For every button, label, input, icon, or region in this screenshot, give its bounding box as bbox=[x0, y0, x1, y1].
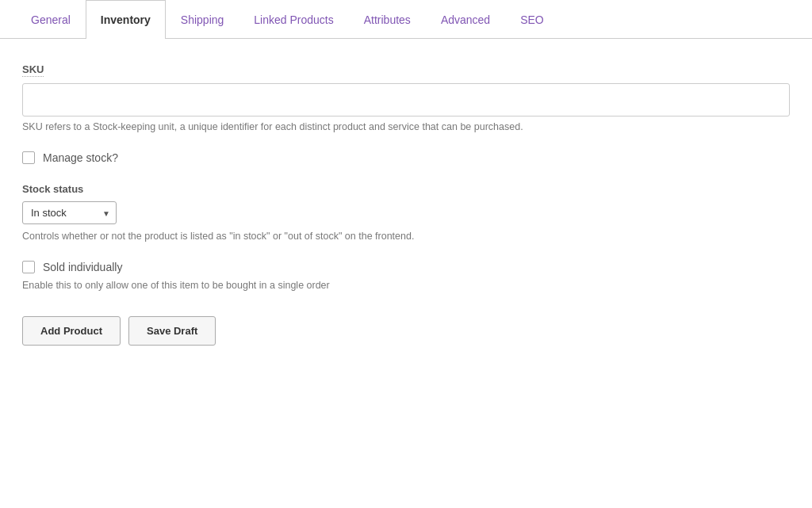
tab-general[interactable]: General bbox=[16, 0, 86, 39]
stock-status-select-wrapper: In stock Out of stock On backorder ▼ bbox=[22, 201, 117, 224]
tabs-nav: General Inventory Shipping Linked Produc… bbox=[0, 0, 812, 39]
sold-individually-label[interactable]: Sold individually bbox=[43, 261, 122, 273]
sold-individually-section: Sold individually Enable this to only al… bbox=[22, 261, 790, 291]
tab-seo[interactable]: SEO bbox=[505, 0, 559, 39]
manage-stock-row: Manage stock? bbox=[22, 151, 790, 164]
inventory-content: SKU SKU refers to a Stock-keeping unit, … bbox=[0, 39, 812, 377]
sku-field-group: SKU SKU refers to a Stock-keeping unit, … bbox=[22, 63, 790, 132]
sku-input[interactable] bbox=[22, 83, 790, 116]
manage-stock-checkbox[interactable] bbox=[22, 151, 35, 164]
stock-status-label: Stock status bbox=[22, 183, 790, 195]
tab-advanced[interactable]: Advanced bbox=[426, 0, 505, 39]
manage-stock-label[interactable]: Manage stock? bbox=[43, 151, 118, 164]
sold-individually-checkbox[interactable] bbox=[22, 261, 35, 273]
add-product-button[interactable]: Add Product bbox=[22, 316, 121, 346]
tab-shipping[interactable]: Shipping bbox=[166, 0, 239, 39]
stock-status-section: Stock status In stock Out of stock On ba… bbox=[22, 183, 790, 242]
tab-attributes[interactable]: Attributes bbox=[349, 0, 426, 39]
tab-linked-products[interactable]: Linked Products bbox=[239, 0, 348, 39]
sold-individually-help: Enable this to only allow one of this it… bbox=[22, 280, 790, 291]
sku-label: SKU bbox=[22, 63, 44, 77]
manage-stock-section: Manage stock? bbox=[22, 151, 790, 164]
sku-help-text: SKU refers to a Stock-keeping unit, a un… bbox=[22, 121, 790, 132]
stock-status-select[interactable]: In stock Out of stock On backorder bbox=[22, 201, 117, 224]
tab-inventory[interactable]: Inventory bbox=[86, 0, 166, 39]
save-draft-button[interactable]: Save Draft bbox=[128, 316, 216, 346]
button-row: Add Product Save Draft bbox=[22, 316, 790, 346]
sold-individually-row: Sold individually bbox=[22, 261, 790, 273]
product-tabs-container: General Inventory Shipping Linked Produc… bbox=[0, 0, 812, 377]
stock-status-help: Controls whether or not the product is l… bbox=[22, 231, 790, 242]
